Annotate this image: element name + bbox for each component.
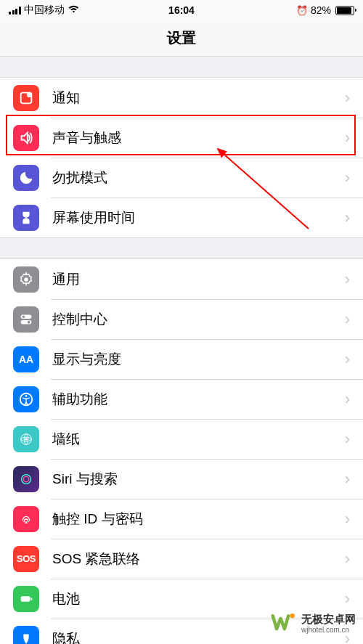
general-icon xyxy=(13,266,39,293)
svg-point-12 xyxy=(23,476,28,481)
svg-rect-13 xyxy=(21,596,30,601)
chevron-right-icon: › xyxy=(345,89,350,107)
battery-icon xyxy=(13,586,39,612)
settings-row-dnd[interactable]: 勿扰模式 › xyxy=(0,158,363,197)
status-time: 16:04 xyxy=(124,4,240,16)
chevron-right-icon: › xyxy=(345,129,350,147)
settings-row-general[interactable]: 通用 › xyxy=(0,259,363,299)
svg-point-17 xyxy=(290,614,295,618)
sounds-icon xyxy=(13,125,39,151)
row-label: Siri 与搜索 xyxy=(52,470,345,489)
chevron-right-icon: › xyxy=(345,350,350,369)
chevron-right-icon: › xyxy=(345,470,350,489)
privacy-icon xyxy=(13,626,39,645)
settings-row-accessibility[interactable]: 辅助功能 › xyxy=(0,379,363,419)
section-gap xyxy=(0,238,363,258)
display-icon: AA xyxy=(13,346,39,372)
settings-group-1: 通用 › 控制中心 › AA 显示与亮度 › 辅助功能 › 墙纸 › Siri … xyxy=(0,258,363,644)
chevron-right-icon: › xyxy=(345,430,350,449)
row-label: 通知 xyxy=(52,89,345,107)
svg-rect-14 xyxy=(30,598,32,600)
wallpaper-icon xyxy=(13,426,39,452)
svg-point-11 xyxy=(22,474,31,484)
svg-point-2 xyxy=(24,277,28,282)
status-bar: 中国移动 16:04 ⏰ 82% xyxy=(0,0,363,20)
settings-row-display[interactable]: AA 显示与亮度 › xyxy=(0,339,363,379)
controlcenter-icon xyxy=(13,306,39,333)
row-label: 控制中心 xyxy=(52,310,345,329)
chevron-right-icon: › xyxy=(345,310,350,329)
accessibility-icon xyxy=(13,386,39,412)
settings-group-0: 通知 › 声音与触感 › 勿扰模式 › 屏幕使用时间 › xyxy=(0,77,363,238)
status-left: 中国移动 xyxy=(9,4,124,17)
row-label: 触控 ID 与密码 xyxy=(52,510,345,529)
svg-point-10 xyxy=(25,438,28,441)
chevron-right-icon: › xyxy=(345,550,350,568)
sos-icon: SOS xyxy=(13,546,39,572)
row-label: 辅助功能 xyxy=(52,390,345,409)
row-label: 勿扰模式 xyxy=(52,168,345,187)
settings-row-controlcenter[interactable]: 控制中心 › xyxy=(0,299,363,339)
watermark: 无极安卓网 wjhotel.com.cn xyxy=(271,611,356,637)
settings-row-notifications[interactable]: 通知 › xyxy=(0,78,363,118)
notifications-icon xyxy=(13,85,39,111)
row-label: 显示与亮度 xyxy=(52,350,345,369)
battery-icon xyxy=(335,6,354,15)
signal-icon xyxy=(9,6,21,15)
row-label: 墙纸 xyxy=(52,430,345,449)
svg-point-1 xyxy=(27,91,32,97)
page-title: 设置 xyxy=(0,20,363,57)
settings-row-sos[interactable]: SOS SOS 紧急联络 › xyxy=(0,539,363,579)
row-label: SOS 紧急联络 xyxy=(52,550,345,568)
row-label: 声音与触感 xyxy=(52,129,345,147)
svg-point-8 xyxy=(25,395,28,397)
row-label: 屏幕使用时间 xyxy=(52,208,345,227)
screentime-icon xyxy=(13,205,39,231)
settings-row-touchid[interactable]: 触控 ID 与密码 › xyxy=(0,499,363,539)
watermark-url: wjhotel.com.cn xyxy=(301,626,356,634)
svg-point-5 xyxy=(23,315,25,318)
settings-row-wallpaper[interactable]: 墙纸 › xyxy=(0,419,363,459)
settings-row-siri[interactable]: Siri 与搜索 › xyxy=(0,459,363,499)
row-label: 电池 xyxy=(52,590,345,608)
battery-percent: 82% xyxy=(311,4,331,16)
watermark-logo-icon xyxy=(271,611,297,637)
status-right: ⏰ 82% xyxy=(239,4,354,16)
chevron-right-icon: › xyxy=(345,390,350,409)
alarm-icon: ⏰ xyxy=(296,5,308,16)
chevron-right-icon: › xyxy=(345,590,350,608)
siri-icon xyxy=(13,466,39,492)
dnd-icon xyxy=(13,165,39,191)
watermark-name: 无极安卓网 xyxy=(301,614,356,626)
row-label: 通用 xyxy=(52,270,345,289)
wifi-icon xyxy=(68,4,80,16)
chevron-right-icon: › xyxy=(345,510,350,529)
section-gap xyxy=(0,57,363,77)
chevron-right-icon: › xyxy=(345,208,350,227)
chevron-right-icon: › xyxy=(345,270,350,289)
svg-point-6 xyxy=(28,320,30,323)
settings-row-screentime[interactable]: 屏幕使用时间 › xyxy=(0,197,363,237)
carrier-label: 中国移动 xyxy=(24,4,65,17)
settings-row-sounds[interactable]: 声音与触感 › xyxy=(0,118,363,158)
chevron-right-icon: › xyxy=(345,168,350,187)
touchid-icon xyxy=(13,506,39,532)
